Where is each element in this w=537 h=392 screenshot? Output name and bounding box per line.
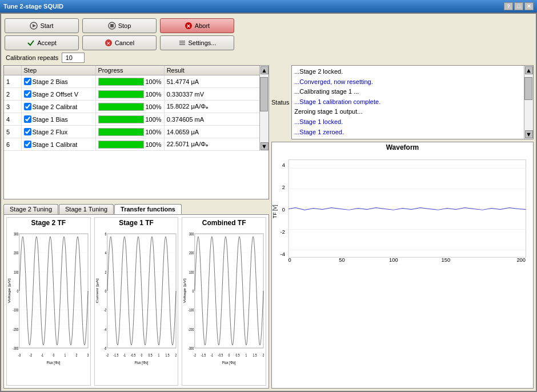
svg-text:2: 2 [76, 353, 78, 357]
status-line: ...Converged, now resetting. [294, 77, 531, 87]
svg-text:-2: -2 [30, 353, 33, 357]
svg-text:200: 200 [516, 257, 526, 263]
svg-text:1: 1 [65, 353, 66, 357]
row-result: 0.374605 mA [164, 113, 268, 126]
status-line: ...Stage 1 locked. [294, 117, 531, 127]
tab-bar: Stage 2 TuningStage 1 TuningTransfer fun… [3, 204, 269, 214]
tab-stage-2-tuning[interactable]: Stage 2 Tuning [3, 204, 58, 214]
step-checkbox[interactable] [24, 128, 31, 135]
svg-text:4: 4 [105, 250, 106, 255]
steps-table: Step Progress Result 1 Stage 2 Bias 100%… [4, 66, 268, 151]
tabs-area: Stage 2 TuningStage 1 TuningTransfer fun… [3, 204, 269, 389]
progress-bar [99, 91, 143, 98]
svg-text:Voltage [μV]: Voltage [μV] [7, 278, 11, 303]
minimize-button[interactable]: ? [504, 2, 513, 10]
title-bar: Tune 2-stage SQUID ? □ ✕ [0, 0, 537, 13]
status-line: ...Stage 2 locked. [294, 67, 531, 77]
svg-marker-1 [33, 24, 36, 27]
row-step: Stage 2 Offset V [21, 88, 95, 101]
row-num: 4 [4, 113, 21, 126]
svg-text:100: 100 [14, 270, 19, 274]
step-checkbox[interactable] [24, 141, 31, 148]
restore-button[interactable]: □ [514, 2, 523, 10]
svg-text:-1.5: -1.5 [113, 353, 118, 357]
svg-text:-1: -1 [123, 353, 126, 357]
abort-icon: ✕ [185, 22, 193, 30]
status-scroll-thumb[interactable] [524, 77, 532, 100]
row-step: Stage 2 Bias [21, 75, 95, 88]
row-step: Stage 1 Calibrat [21, 138, 95, 151]
svg-text:Flux [Φo]: Flux [Φo] [134, 360, 148, 365]
progress-bar-bg [98, 128, 144, 136]
svg-text:2: 2 [105, 270, 106, 274]
progress-bar-bg [98, 90, 144, 98]
settings-button[interactable]: Settings... [160, 35, 234, 50]
svg-text:0: 0 [141, 353, 142, 357]
svg-text:-0.5: -0.5 [130, 353, 135, 357]
cancel-icon: ✕ [105, 39, 113, 47]
svg-text:200: 200 [14, 250, 19, 255]
progress-bar [99, 103, 143, 110]
svg-text:0.5: 0.5 [148, 353, 153, 357]
toolbar: Start Stop ✕ Abort [3, 16, 534, 35]
tab-transfer-functions[interactable]: Transfer functions [114, 204, 182, 214]
table-row: 4 Stage 1 Bias 100% 0.374605 mA [4, 113, 268, 126]
progress-bar-bg [98, 103, 144, 111]
svg-text:Flux [Φo]: Flux [Φo] [47, 360, 61, 365]
svg-text:-2: -2 [106, 353, 109, 357]
close-button[interactable]: ✕ [524, 2, 534, 10]
status-scrollbar[interactable]: ▲ ▼ [524, 66, 533, 139]
cancel-button[interactable]: ✕ Cancel [82, 35, 157, 50]
status-line: ...Stage 1 calibration complete. [294, 97, 531, 107]
progress-bar-bg [98, 78, 144, 86]
row-result: 51.4774 μA [164, 75, 268, 88]
abort-button[interactable]: ✕ Abort [160, 18, 234, 33]
svg-text:1: 1 [158, 353, 159, 357]
progress-pct: 100% [146, 91, 162, 98]
svg-text:TF [V]: TF [V] [272, 205, 278, 218]
row-progress: 100% [95, 126, 164, 138]
chart-0: Stage 2 TFVoltage [μV]3002001000-100-200… [6, 217, 91, 386]
svg-text:-2: -2 [194, 353, 197, 357]
cal-repeats-label: Calibration repeats [6, 54, 58, 61]
svg-text:0.5: 0.5 [236, 353, 241, 357]
waveform-panel: Waveform 4 2 0 -2 -4 0 50 100 150 200 TF… [271, 142, 534, 389]
tab-content: Stage 2 TFVoltage [μV]3002001000-100-200… [3, 214, 269, 389]
progress-bar [99, 78, 143, 85]
chart-svg-0: Voltage [μV]3002001000-100-200-300-3-2-1… [7, 228, 90, 371]
status-line: ...Calibrating stage 1 ... [294, 87, 531, 97]
svg-text:-1: -1 [41, 353, 44, 357]
table-scrollbar[interactable]: ▲ ▼ [259, 66, 268, 151]
svg-text:300: 300 [14, 231, 19, 236]
step-checkbox[interactable] [24, 90, 31, 98]
svg-text:-200: -200 [13, 327, 19, 331]
chart-svg-1: Current [μA]6420-2-4-6-2-1.5-1-0.500.511… [95, 228, 178, 371]
waveform-title: Waveform [272, 142, 533, 151]
svg-rect-3 [110, 24, 114, 27]
row-num: 1 [4, 75, 21, 88]
svg-text:2: 2 [263, 353, 265, 357]
svg-text:3: 3 [87, 353, 89, 357]
progress-pct: 100% [146, 78, 162, 85]
tab-stage-1-tuning[interactable]: Stage 1 Tuning [59, 204, 114, 214]
row-result: 14.0659 μA [164, 126, 268, 138]
row-num: 2 [4, 88, 21, 101]
svg-text:1: 1 [246, 353, 247, 357]
step-checkbox[interactable] [24, 103, 31, 110]
step-checkbox[interactable] [24, 78, 31, 85]
svg-text:-100: -100 [13, 307, 19, 312]
row-step: Stage 1 Bias [21, 113, 95, 126]
row-progress: 100% [95, 113, 164, 126]
svg-text:300: 300 [189, 231, 194, 236]
start-button[interactable]: Start [5, 18, 79, 33]
main-window: Start Stop ✕ Abort Accept [0, 13, 537, 392]
cal-repeats-input[interactable] [62, 53, 85, 63]
svg-text:100: 100 [189, 270, 194, 274]
step-checkbox[interactable] [24, 115, 31, 123]
scrollbar-thumb[interactable] [260, 77, 268, 111]
accept-button[interactable]: Accept [5, 35, 79, 50]
settings-icon [178, 39, 186, 47]
svg-text:1.5: 1.5 [253, 353, 258, 357]
stop-button[interactable]: Stop [82, 18, 157, 33]
row-num: 5 [4, 126, 21, 138]
